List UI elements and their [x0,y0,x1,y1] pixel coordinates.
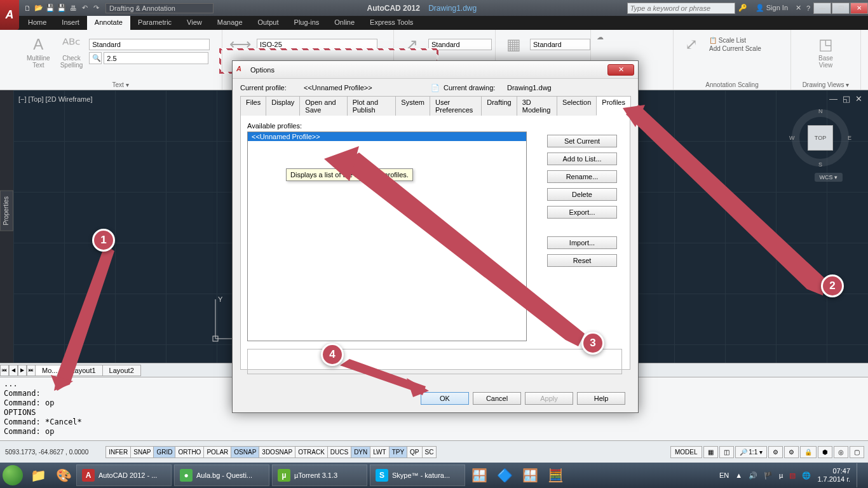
lock-ui-icon[interactable]: 🔒 [800,446,817,458]
qat-saveas-icon[interactable]: 💾 [57,3,67,13]
options-tab-files[interactable]: Files [240,96,266,116]
options-tab-profiles[interactable]: Profiles [596,96,631,116]
toggle-osnap[interactable]: OSNAP [231,446,259,458]
start-button[interactable] [0,463,25,488]
dialog-close-button[interactable]: ✕ [607,64,634,76]
tab-nav-next[interactable]: ▶ [18,365,27,376]
inner-restore-icon[interactable]: ◱ [841,94,852,104]
toggle-ducs[interactable]: DUCS [327,446,351,458]
qat-open-icon[interactable]: 📂 [34,3,44,13]
clean-screen-icon[interactable]: ▢ [850,446,864,458]
options-tab-selection[interactable]: Selection [557,96,597,116]
menu-express-tools[interactable]: Express Tools [362,16,421,30]
tray-network-icon[interactable]: 🌐 [802,471,811,480]
options-tab-user-preferences[interactable]: User Preferences [430,96,482,116]
status-grid-icon[interactable]: ▦ [703,446,718,458]
tray-show-hidden-icon[interactable]: ▲ [735,471,742,479]
dim-style-combo[interactable] [257,39,377,50]
menu-insert[interactable]: Insert [54,16,87,30]
markup-icon[interactable]: ☁ [595,32,605,42]
qat-save-icon[interactable]: 💾 [45,3,55,13]
minimize-button[interactable]: — [813,3,831,14]
table-button[interactable]: ▦ [499,32,527,57]
close-button[interactable]: ✕ [850,3,868,14]
toggle-grid[interactable]: GRID [153,446,175,458]
menu-output[interactable]: Output [250,16,287,30]
properties-palette-tab[interactable]: Properties [0,191,13,231]
toggle-snap[interactable]: SNAP [130,446,154,458]
anno-scale-button[interactable]: ⤢ [677,32,705,57]
exchange-icon[interactable]: ✕ [793,3,803,13]
check-spelling-button[interactable]: ᴬᴮᶜCheck Spelling [57,32,87,71]
menu-plug-ins[interactable]: Plug-ins [287,16,327,30]
options-tab-open-and-save[interactable]: Open and Save [299,96,347,116]
workspace-switch-icon[interactable]: ⚙ [784,446,799,458]
menu-home[interactable]: Home [20,16,54,30]
pinned-app1-icon[interactable]: 🪟 [466,463,492,487]
cube-face-top[interactable]: TOP [808,125,833,151]
menu-parametric[interactable]: Parametric [130,16,179,30]
cancel-button[interactable]: Cancel [473,392,521,405]
table-style-combo[interactable] [530,39,590,50]
hardware-accel-icon[interactable]: ⬢ [818,446,832,458]
delete-button[interactable]: Delete [547,188,617,201]
qat-plot-icon[interactable]: 🖶 [68,3,78,13]
inner-minimize-icon[interactable]: — [827,94,839,104]
toggle-ortho[interactable]: ORTHO [175,446,204,458]
viewport-controls[interactable]: [−] [Top] [2D Wireframe] [18,95,92,103]
toggle-otrack[interactable]: OTRACK [295,446,328,458]
task-button[interactable]: ●Aula.bg - Questi... [174,464,269,486]
options-tab-3d-modeling[interactable]: 3D Modeling [517,96,557,116]
multiline-text-button[interactable]: AMultiline Text [23,32,54,71]
text-height-combo[interactable] [104,52,208,64]
anno-scale-status[interactable]: 🔎 1:1 ▾ [735,446,767,458]
add-scale-button[interactable]: Add Current Scale [709,45,761,52]
help-icon[interactable]: ? [803,3,813,13]
infocenter-icon[interactable]: 🔑 [738,3,748,13]
pinned-calc-icon[interactable]: 🧮 [543,463,568,487]
add-to-list-button[interactable]: Add to List... [547,152,617,165]
options-tab-plot-and-publish[interactable]: Plot and Publish [347,96,397,116]
clock[interactable]: 07:47 1.7.2014 г. [817,467,850,484]
help-search-input[interactable] [627,3,735,14]
pinned-paint-icon[interactable]: 🎨 [51,463,76,487]
qat-undo-icon[interactable]: ↶ [79,3,90,13]
options-tab-system[interactable]: System [395,96,430,116]
layout-tab[interactable]: Layout1 [64,365,102,376]
sign-in-link[interactable]: 👤 Sign In [756,4,788,12]
toggle-lwt[interactable]: LWT [370,446,389,458]
text-style-combo[interactable] [89,39,210,50]
leader-button[interactable]: ↗ [398,32,426,57]
leader-style-combo[interactable] [428,39,492,50]
ok-button[interactable]: OK [421,392,469,405]
tray-action-center-icon[interactable]: 🏴 [764,471,773,480]
toggle-dyn[interactable]: DYN [351,446,370,458]
dimension-button[interactable]: ⟷ [226,32,254,57]
toggle-qp[interactable]: QP [407,446,422,458]
status-qview-icon[interactable]: ◫ [719,446,734,458]
task-button[interactable]: µµTorrent 3.1.3 [272,464,367,486]
find-text-button[interactable]: 🔍 [89,52,102,64]
rename-button[interactable]: Rename... [547,170,617,183]
reset-button[interactable]: Reset [547,254,617,267]
toggle-polar[interactable]: POLAR [203,446,231,458]
task-button[interactable]: SSkype™ - katura... [370,464,465,486]
menu-online[interactable]: Online [327,16,362,30]
view-cube[interactable]: TOP N S W E [792,109,849,166]
menu-manage[interactable]: Manage [210,16,250,30]
options-tab-display[interactable]: Display [266,96,300,116]
wcs-indicator[interactable]: WCS ▾ [815,173,843,182]
toggle-sc[interactable]: SC [422,446,437,458]
set-current-button[interactable]: Set Current [547,135,617,147]
tray-volume-icon[interactable]: 🔊 [749,471,757,480]
menu-annotate[interactable]: Annotate [87,16,130,30]
isolate-icon[interactable]: ◎ [834,446,848,458]
show-desktop-button[interactable] [857,463,863,487]
toggle-3dosnap[interactable]: 3DOSNAP [259,446,295,458]
trayitorrent-icon[interactable]: µ [779,471,783,479]
scale-list-button[interactable]: 📋 Scale List [709,37,761,44]
anno-visibility-icon[interactable]: ⚙ [768,446,783,458]
tab-nav-prev[interactable]: ◀ [9,365,18,376]
model-paper-toggle[interactable]: MODEL [670,446,702,458]
pinned-app2-icon[interactable]: 🔷 [492,463,517,487]
